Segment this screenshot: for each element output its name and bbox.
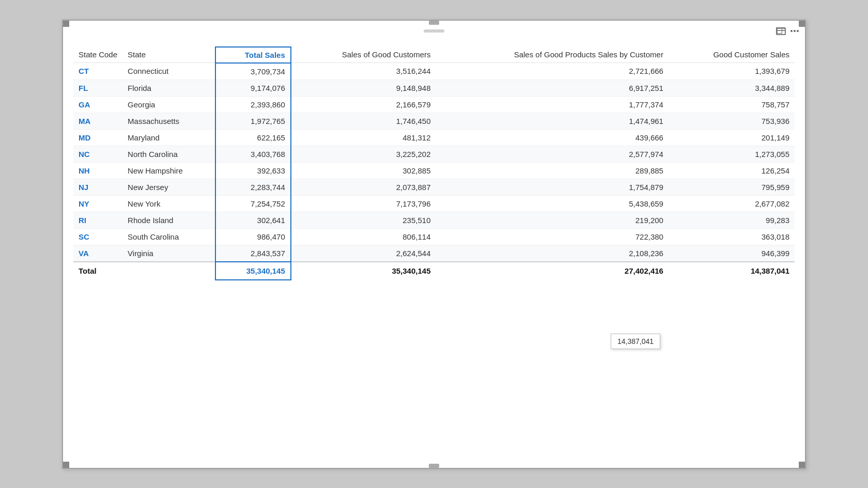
drag-handle[interactable] [424,29,444,33]
cell-state-code: SC [73,228,122,245]
table-row: VAVirginia2,843,5372,624,5442,108,236946… [73,245,795,262]
cell-sales-good-products: 5,438,659 [436,195,669,212]
col-header-good-customer-sales[interactable]: Good Customer Sales [669,47,795,63]
cell-total-sales: 3,403,768 [215,146,291,162]
widget-actions [776,27,799,35]
table-row: NHNew Hampshire392,633302,885289,885126,… [73,162,795,179]
total-row: Total 35,340,145 35,340,145 27,402,416 1… [73,262,795,280]
cell-good-customer-sales: 126,254 [669,162,795,179]
col-header-sales-good-products[interactable]: Sales of Good Products Sales by Customer [436,47,669,63]
svg-rect-0 [777,28,785,35]
cell-total-sales: 7,254,752 [215,195,291,212]
cell-state-name: Connecticut [122,63,215,80]
cell-total-sales: 986,470 [215,228,291,245]
cell-good-customer-sales: 3,344,889 [669,80,795,96]
tooltip: 14,387,041 [611,334,660,349]
cell-sales-good-customers: 235,510 [291,212,436,228]
cell-good-customer-sales: 795,959 [669,179,795,195]
cell-good-customer-sales: 753,936 [669,113,795,129]
resize-corner-bl[interactable] [63,462,69,468]
cell-sales-good-customers: 3,516,244 [291,63,436,80]
cell-state-name: Massachusetts [122,113,215,129]
cell-state-name: Maryland [122,129,215,146]
total-label: Total [73,262,215,280]
resize-corner-br[interactable] [799,462,805,468]
cell-state-name: South Carolina [122,228,215,245]
table-row: MDMaryland622,165481,312439,666201,149 [73,129,795,146]
cell-good-customer-sales: 758,757 [669,96,795,113]
expand-icon[interactable] [776,27,785,35]
data-table: State Code State Total Sales Sales of Go… [73,46,795,280]
cell-state-name: New Hampshire [122,162,215,179]
table-row: GAGeorgia2,393,8602,166,5791,777,374758,… [73,96,795,113]
table-row: NCNorth Carolina3,403,7683,225,2022,577,… [73,146,795,162]
col-header-state-code[interactable]: State Code [73,47,122,63]
cell-sales-good-products: 439,666 [436,129,669,146]
cell-total-sales: 2,393,860 [215,96,291,113]
col-header-sales-good-customers[interactable]: Sales of Good Customers [291,47,436,63]
cell-state-name: New Jersey [122,179,215,195]
widget-header [63,21,805,41]
table-row: RIRhode Island302,641235,510219,20099,28… [73,212,795,228]
cell-state-name: Florida [122,80,215,96]
cell-good-customer-sales: 99,283 [669,212,795,228]
cell-sales-good-products: 722,380 [436,228,669,245]
cell-total-sales: 3,709,734 [215,63,291,80]
tooltip-value: 14,387,041 [617,337,654,345]
cell-sales-good-customers: 7,173,796 [291,195,436,212]
cell-state-code: NJ [73,179,122,195]
cell-sales-good-customers: 3,225,202 [291,146,436,162]
cell-sales-good-customers: 2,624,544 [291,245,436,262]
cell-sales-good-customers: 2,073,887 [291,179,436,195]
cell-sales-good-products: 289,885 [436,162,669,179]
cell-state-name: New York [122,195,215,212]
cell-sales-good-customers: 302,885 [291,162,436,179]
cell-sales-good-products: 1,777,374 [436,96,669,113]
table-header-row: State Code State Total Sales Sales of Go… [73,47,795,63]
cell-good-customer-sales: 1,273,055 [669,146,795,162]
total-sales-good-customers: 35,340,145 [291,262,436,280]
col-header-total-sales[interactable]: Total Sales [215,47,291,63]
total-total-sales: 35,340,145 [215,262,291,280]
cell-sales-good-customers: 806,114 [291,228,436,245]
col-header-state[interactable]: State [122,47,215,63]
cell-state-code: NH [73,162,122,179]
cell-good-customer-sales: 363,018 [669,228,795,245]
cell-state-code: RI [73,212,122,228]
table-row: CTConnecticut3,709,7343,516,2442,721,666… [73,63,795,80]
cell-sales-good-customers: 9,148,948 [291,80,436,96]
cell-sales-good-products: 2,108,236 [436,245,669,262]
cell-sales-good-products: 2,721,666 [436,63,669,80]
cell-state-name: Rhode Island [122,212,215,228]
table-row: NYNew York7,254,7527,173,7965,438,6592,6… [73,195,795,212]
table-row: MAMassachusetts1,972,7651,746,4501,474,9… [73,113,795,129]
total-sales-good-products: 27,402,416 [436,262,669,280]
cell-total-sales: 2,843,537 [215,245,291,262]
cell-total-sales: 392,633 [215,162,291,179]
cell-state-code: CT [73,63,122,80]
cell-total-sales: 302,641 [215,212,291,228]
cell-good-customer-sales: 1,393,679 [669,63,795,80]
table-row: NJNew Jersey2,283,7442,073,8871,754,8797… [73,179,795,195]
more-options-icon[interactable] [791,30,799,32]
cell-good-customer-sales: 201,149 [669,129,795,146]
cell-sales-good-products: 1,474,961 [436,113,669,129]
resize-handle-bottom[interactable] [429,464,439,468]
cell-state-code: NY [73,195,122,212]
cell-sales-good-products: 1,754,879 [436,179,669,195]
cell-state-code: FL [73,80,122,96]
cell-state-code: GA [73,96,122,113]
total-good-customer-sales: 14,387,041 [669,262,795,280]
cell-good-customer-sales: 2,677,082 [669,195,795,212]
widget-container: State Code State Total Sales Sales of Go… [62,20,806,469]
cell-state-code: MA [73,113,122,129]
cell-total-sales: 622,165 [215,129,291,146]
table-row: FLFlorida9,174,0769,148,9486,917,2513,34… [73,80,795,96]
cell-good-customer-sales: 946,399 [669,245,795,262]
cell-state-code: NC [73,146,122,162]
cell-sales-good-customers: 1,746,450 [291,113,436,129]
cell-total-sales: 9,174,076 [215,80,291,96]
cell-state-code: MD [73,129,122,146]
cell-sales-good-customers: 481,312 [291,129,436,146]
table-wrapper: State Code State Total Sales Sales of Go… [63,41,805,286]
